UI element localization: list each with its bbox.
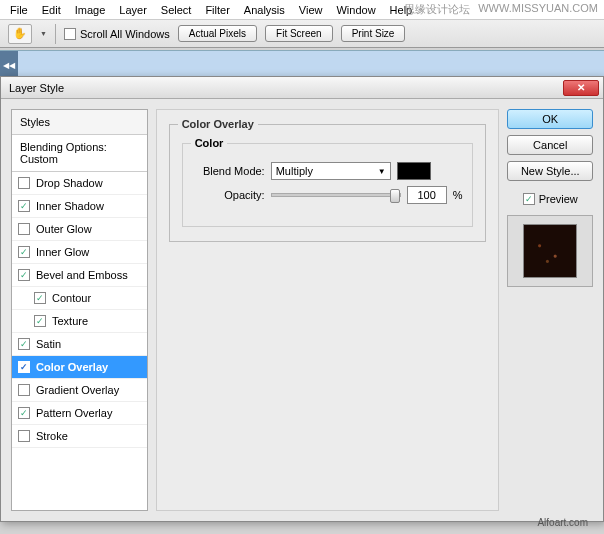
color-swatch[interactable] bbox=[397, 162, 431, 180]
footer-credit: Alfoart.com bbox=[537, 517, 588, 528]
style-label: Drop Shadow bbox=[36, 177, 103, 189]
style-item-stroke[interactable]: Stroke bbox=[12, 425, 147, 448]
close-button[interactable]: ✕ bbox=[563, 80, 599, 96]
preview-box bbox=[507, 215, 593, 287]
style-label: Bevel and Emboss bbox=[36, 269, 128, 281]
menu-window[interactable]: Window bbox=[330, 2, 381, 18]
new-style-button[interactable]: New Style... bbox=[507, 161, 593, 181]
options-bar: ✋ ▼ Scroll All Windows Actual Pixels Fit… bbox=[0, 20, 604, 48]
style-label: Inner Glow bbox=[36, 246, 89, 258]
scroll-all-label: Scroll All Windows bbox=[80, 28, 170, 40]
opacity-label: Opacity: bbox=[193, 189, 265, 201]
panel-collapse-icon[interactable]: ◀◀ bbox=[0, 51, 18, 79]
blend-mode-value: Multiply bbox=[276, 165, 313, 177]
style-label: Outer Glow bbox=[36, 223, 92, 235]
scroll-all-windows-option[interactable]: Scroll All Windows bbox=[64, 28, 170, 40]
dialog-titlebar[interactable]: Layer Style ✕ bbox=[1, 77, 603, 99]
actual-pixels-button[interactable]: Actual Pixels bbox=[178, 25, 257, 42]
style-item-color-overlay[interactable]: ✓Color Overlay bbox=[12, 356, 147, 379]
style-item-pattern-overlay[interactable]: ✓Pattern Overlay bbox=[12, 402, 147, 425]
watermark-url: WWW.MISSYUAN.COM bbox=[478, 2, 598, 17]
preview-label: Preview bbox=[539, 193, 578, 205]
style-checkbox[interactable]: ✓ bbox=[18, 246, 30, 258]
layer-style-dialog: Layer Style ✕ Styles Blending Options: C… bbox=[0, 76, 604, 522]
tool-dropdown-icon[interactable]: ▼ bbox=[40, 30, 47, 37]
style-label: Pattern Overlay bbox=[36, 407, 112, 419]
print-size-button[interactable]: Print Size bbox=[341, 25, 406, 42]
opacity-input[interactable]: 100 bbox=[407, 186, 447, 204]
style-checkbox[interactable] bbox=[18, 430, 30, 442]
blend-mode-select[interactable]: Multiply ▼ bbox=[271, 162, 391, 180]
style-label: Stroke bbox=[36, 430, 68, 442]
style-label: Satin bbox=[36, 338, 61, 350]
style-item-satin[interactable]: ✓Satin bbox=[12, 333, 147, 356]
style-checkbox[interactable]: ✓ bbox=[34, 315, 46, 327]
style-item-bevel-and-emboss[interactable]: ✓Bevel and Emboss bbox=[12, 264, 147, 287]
styles-header[interactable]: Styles bbox=[12, 110, 147, 135]
style-checkbox[interactable]: ✓ bbox=[18, 200, 30, 212]
color-group-label: Color bbox=[191, 137, 228, 149]
style-label: Texture bbox=[52, 315, 88, 327]
style-label: Gradient Overlay bbox=[36, 384, 119, 396]
dialog-buttons: OK Cancel New Style... ✓ Preview bbox=[507, 109, 593, 511]
style-label: Contour bbox=[52, 292, 91, 304]
style-item-contour[interactable]: ✓Contour bbox=[12, 287, 147, 310]
menu-file[interactable]: File bbox=[4, 2, 34, 18]
style-item-drop-shadow[interactable]: Drop Shadow bbox=[12, 172, 147, 195]
style-item-texture[interactable]: ✓Texture bbox=[12, 310, 147, 333]
style-checkbox[interactable]: ✓ bbox=[18, 338, 30, 350]
opacity-slider[interactable] bbox=[271, 193, 401, 197]
style-checkbox[interactable]: ✓ bbox=[18, 407, 30, 419]
style-label: Inner Shadow bbox=[36, 200, 104, 212]
style-item-gradient-overlay[interactable]: Gradient Overlay bbox=[12, 379, 147, 402]
watermark-cn: 思缘设计论坛 bbox=[404, 2, 470, 17]
style-item-inner-shadow[interactable]: ✓Inner Shadow bbox=[12, 195, 147, 218]
menu-image[interactable]: Image bbox=[69, 2, 112, 18]
styles-list: Styles Blending Options: Custom Drop Sha… bbox=[11, 109, 148, 511]
preview-checkbox[interactable]: ✓ bbox=[523, 193, 535, 205]
opacity-unit: % bbox=[453, 189, 463, 201]
chevron-down-icon: ▼ bbox=[378, 167, 386, 176]
menu-view[interactable]: View bbox=[293, 2, 329, 18]
style-item-outer-glow[interactable]: Outer Glow bbox=[12, 218, 147, 241]
style-checkbox[interactable]: ✓ bbox=[34, 292, 46, 304]
menu-analysis[interactable]: Analysis bbox=[238, 2, 291, 18]
style-checkbox[interactable]: ✓ bbox=[18, 361, 30, 373]
fit-screen-button[interactable]: Fit Screen bbox=[265, 25, 333, 42]
menu-filter[interactable]: Filter bbox=[199, 2, 235, 18]
panel-title: Color Overlay bbox=[178, 118, 258, 130]
slider-thumb[interactable] bbox=[390, 189, 400, 203]
style-label: Color Overlay bbox=[36, 361, 108, 373]
ok-button[interactable]: OK bbox=[507, 109, 593, 129]
watermark: 思缘设计论坛 WWW.MISSYUAN.COM bbox=[404, 2, 598, 17]
scroll-all-checkbox[interactable] bbox=[64, 28, 76, 40]
hand-tool-icon[interactable]: ✋ bbox=[8, 24, 32, 44]
menu-layer[interactable]: Layer bbox=[113, 2, 153, 18]
style-checkbox[interactable]: ✓ bbox=[18, 269, 30, 281]
preview-swatch bbox=[523, 224, 577, 278]
style-checkbox[interactable] bbox=[18, 223, 30, 235]
menu-edit[interactable]: Edit bbox=[36, 2, 67, 18]
blend-mode-label: Blend Mode: bbox=[193, 165, 265, 177]
menu-select[interactable]: Select bbox=[155, 2, 198, 18]
style-checkbox[interactable] bbox=[18, 384, 30, 396]
cancel-button[interactable]: Cancel bbox=[507, 135, 593, 155]
style-item-inner-glow[interactable]: ✓Inner Glow bbox=[12, 241, 147, 264]
style-checkbox[interactable] bbox=[18, 177, 30, 189]
settings-panel: Color Overlay Color Blend Mode: Multiply… bbox=[156, 109, 500, 511]
dialog-title: Layer Style bbox=[5, 82, 64, 94]
blending-options[interactable]: Blending Options: Custom bbox=[12, 135, 147, 172]
